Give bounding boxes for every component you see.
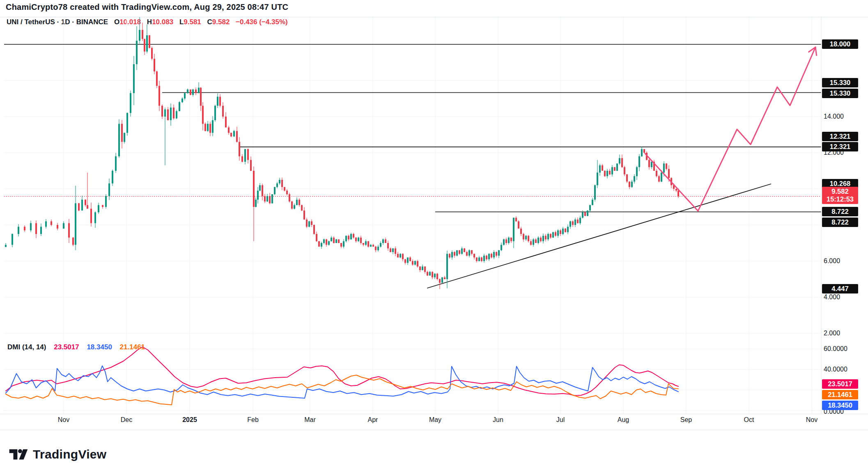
candle-body <box>599 165 601 173</box>
candle-body <box>149 35 150 48</box>
candle-body <box>328 241 330 245</box>
candle-body <box>626 174 628 182</box>
time-axis-tick: Apr <box>368 416 378 424</box>
candle-body <box>427 272 428 275</box>
candle-body <box>372 245 374 246</box>
dmi-line-ADX[interactable] <box>6 347 678 396</box>
candle-body <box>400 254 401 257</box>
candle-body <box>299 199 300 205</box>
current-price-badge: 9.58215:12:53 <box>822 187 858 204</box>
candle-body <box>241 156 243 162</box>
candle-body <box>404 259 406 263</box>
time-axis-tick: Sep <box>680 416 692 424</box>
candle-body <box>449 254 450 257</box>
candle-body <box>464 248 465 252</box>
candle-body <box>24 227 25 230</box>
tradingview-wordmark: TradingView <box>33 447 106 461</box>
candle-body <box>87 205 88 209</box>
candle-body <box>451 252 453 257</box>
axis-label: 2.000 <box>824 329 866 337</box>
candle-body <box>498 250 500 256</box>
candle-body <box>501 245 502 250</box>
candle-body <box>523 234 524 239</box>
candle-body <box>439 279 441 283</box>
candle-body <box>250 160 252 171</box>
candle-body <box>353 234 354 238</box>
candle-body <box>609 171 611 174</box>
candle-body <box>422 266 423 270</box>
candle-body <box>377 247 379 250</box>
dmi-indicator-legend[interactable]: DMI (14, 14) 23.5017 18.3450 21.1461 <box>7 343 145 351</box>
candle-body <box>63 223 64 229</box>
candle-body <box>154 59 155 71</box>
tradingview-logo[interactable]: TradingView <box>9 447 106 462</box>
candle-body <box>550 234 551 238</box>
candle-body <box>542 236 544 241</box>
candle-body <box>569 221 571 227</box>
candle-body <box>195 89 197 93</box>
candle-body <box>417 261 418 266</box>
candle-body <box>262 185 263 196</box>
candle-body <box>562 229 564 234</box>
candle-body <box>181 99 183 102</box>
candle-body <box>244 149 246 162</box>
candle-body <box>528 236 529 241</box>
candle-body <box>98 205 99 213</box>
candle-body <box>584 212 586 216</box>
candle-body <box>503 239 505 245</box>
ascending-trendline[interactable] <box>427 184 771 288</box>
candle-body <box>530 241 532 245</box>
axis-label: 14.000 <box>824 112 866 121</box>
tradingview-logo-icon <box>9 447 28 462</box>
candle-body <box>257 190 259 199</box>
candle-body <box>387 243 389 248</box>
candle-body <box>301 205 303 211</box>
axis-label: 40.0000 <box>824 365 866 374</box>
candle-body <box>179 102 180 111</box>
candle-body <box>461 248 463 254</box>
projection-arrow-line[interactable] <box>645 47 815 211</box>
candle-body <box>370 245 372 246</box>
candle-body <box>409 257 411 261</box>
axis-label: 4.000 <box>824 293 866 301</box>
candle-body <box>424 266 426 272</box>
candle-body <box>190 89 191 95</box>
candle-body <box>604 171 606 176</box>
candle-body <box>281 180 283 187</box>
candle-body <box>656 171 657 176</box>
candle-body <box>130 93 131 113</box>
candle-body <box>158 86 160 105</box>
dmi-title[interactable]: DMI (14, 14) <box>7 343 46 351</box>
candle-body <box>355 238 357 241</box>
candle-body <box>471 250 473 254</box>
tradingview-chart-window: ChamiCrypto78 created with TradingView.c… <box>0 0 868 470</box>
price-level-badge: 23.5017 <box>822 379 858 389</box>
candle-body <box>663 163 665 172</box>
candle-body <box>187 89 188 93</box>
candle-body <box>624 167 625 174</box>
candle-body <box>459 250 460 254</box>
candle-body <box>68 223 70 238</box>
candle-body <box>333 238 335 243</box>
dmi-line-+DI[interactable] <box>6 366 678 398</box>
candle-body <box>363 243 364 245</box>
candle-body <box>202 106 204 124</box>
candle-body <box>666 163 667 169</box>
candle-body <box>173 108 175 118</box>
candle-body <box>136 41 138 64</box>
candle-body <box>589 205 591 211</box>
candle-body <box>638 156 640 167</box>
chart-canvas[interactable] <box>0 0 868 470</box>
candle-body <box>279 180 280 183</box>
candle-body <box>294 205 295 209</box>
candle-body <box>236 131 238 142</box>
candle-body <box>587 211 588 216</box>
dmi-minusdi-value: 21.1461 <box>120 343 145 351</box>
candle-body <box>594 185 596 199</box>
candle-body <box>390 248 391 252</box>
candle-body <box>239 142 240 156</box>
candle-body <box>567 227 569 232</box>
candle-body <box>634 176 635 181</box>
candle-body <box>358 238 359 241</box>
price-level-badge: 15.330 <box>822 89 858 98</box>
